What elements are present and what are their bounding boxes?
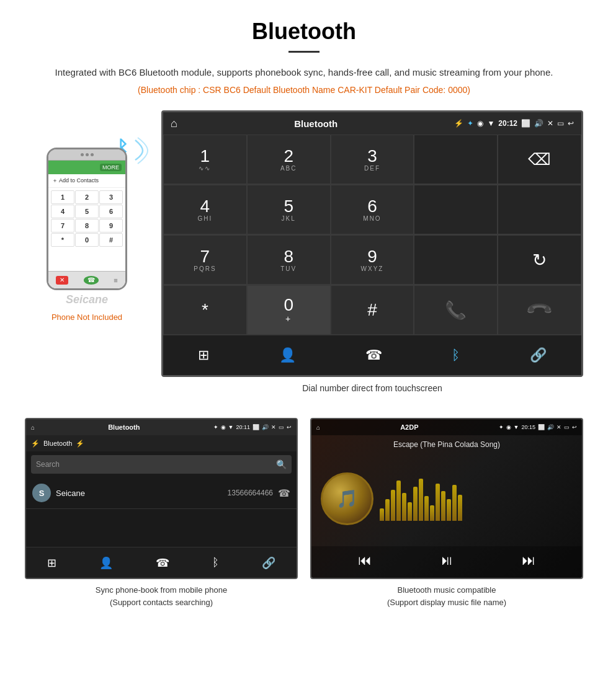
pb-nav-link[interactable]: 🔗 [262, 556, 275, 570]
music-bt-icon: ✦ [499, 424, 504, 430]
pb-title-label: Bluetooth [43, 440, 72, 447]
pb-bt-icon: ✦ [213, 424, 218, 430]
dial-sub-4: GHI [198, 215, 213, 222]
usb-icon: ⚡ [454, 119, 463, 128]
music-loc-icon: ◉ [506, 424, 511, 430]
pb-wifi-icon: ▼ [228, 424, 234, 430]
vol-icon: 🔊 [534, 119, 543, 128]
dialpad-nav-bar: ⊞ 👤 ☎ ᛒ 🔗 [163, 335, 581, 375]
contact-avatar: S [32, 484, 51, 502]
dial-empty-2 [414, 185, 498, 234]
contact-call-icon[interactable]: ☎ [278, 487, 290, 499]
music-time: 20:15 [521, 424, 535, 430]
viz-bar [385, 499, 390, 521]
phone-device-mock: MORE ＋ Add to Contacts 1 2 3 4 5 6 7 8 [47, 148, 127, 290]
nav-link-icon[interactable]: 🔗 [530, 347, 547, 363]
dial-key-6[interactable]: 6 MNO [331, 185, 414, 234]
phone-key-8: 8 [75, 219, 99, 233]
phone-more-btn: MORE [100, 164, 122, 171]
phone-not-included-label: Phone Not Included [25, 312, 149, 322]
contact-number: 13566664466 [228, 489, 273, 497]
dialpad-grid: 1 ∿∿ 2 ABC 3 DEF ⌫ [163, 135, 581, 335]
time-display: 20:12 [498, 119, 517, 128]
dial-key-star[interactable]: * [163, 285, 247, 335]
music-caption: Bluetooth music compatible (Support disp… [310, 584, 583, 608]
music-x-icon: ✕ [557, 424, 561, 430]
pb-empty-space [26, 509, 297, 547]
phone-menu-icon: ≡ [114, 277, 117, 284]
pb-nav-bt[interactable]: ᛒ [212, 556, 219, 569]
pb-search-bar[interactable]: Search 🔍 [31, 455, 292, 474]
pb-caption-line1: Sync phone-book from mobile phone [96, 585, 227, 595]
phone-key-3: 3 [99, 190, 123, 204]
home-icon: ⌂ [171, 117, 177, 130]
dial-num-4: 4 [200, 198, 210, 215]
pb-nav-grid[interactable]: ⊞ [47, 556, 56, 570]
dial-backspace[interactable]: ⌫ [498, 135, 581, 184]
backspace-icon: ⌫ [528, 150, 551, 169]
pb-rect-icon: ▭ [279, 424, 284, 430]
dial-refresh[interactable]: ↻ [498, 235, 581, 285]
red-phone-icon: 📞 [525, 295, 555, 325]
nav-bluetooth-icon[interactable]: ᛒ [452, 347, 460, 363]
dial-sub-3: DEF [364, 165, 380, 172]
dial-call-red[interactable]: 📞 [498, 285, 581, 335]
dial-key-1[interactable]: 1 ∿∿ [163, 135, 247, 184]
dial-key-0[interactable]: 0 + [247, 285, 331, 335]
music-back-icon: ↩ [572, 424, 577, 430]
pb-cam-icon: ⬜ [253, 424, 259, 430]
android-dialpad-screen: ⌂ Bluetooth ⚡ ✦ ◉ ▼ 20:12 ⬜ 🔊 ✕ ▭ ↩ [161, 110, 583, 377]
viz-bar [452, 485, 457, 521]
pb-nav-bar: ⊞ 👤 ☎ ᛒ 🔗 [26, 547, 297, 578]
music-vol-icon: 🔊 [547, 424, 554, 430]
phone-end-btn: ✕ [56, 276, 68, 285]
page-title: Bluetooth [25, 19, 583, 45]
dial-key-3[interactable]: 3 DEF [331, 135, 414, 184]
pb-contact-row: S Seicane 13566664466 ☎ [26, 477, 297, 509]
status-bar-left: ⌂ [171, 117, 177, 130]
viz-bar [413, 487, 418, 521]
prev-track-btn[interactable]: ⏮ [358, 552, 372, 569]
music-visualizer [380, 477, 573, 521]
pb-status-bar: ⌂ Bluetooth ✦ ◉ ▼ 20:11 ⬜ 🔊 ✕ ▭ ↩ [26, 419, 297, 435]
dial-key-2[interactable]: 2 ABC [247, 135, 331, 184]
viz-bar [430, 505, 434, 521]
contact-initial: S [39, 489, 45, 498]
music-title-label: A2DP [400, 423, 418, 431]
back-icon: ↩ [568, 119, 574, 128]
dial-key-4[interactable]: 4 GHI [163, 185, 247, 234]
nav-person-icon[interactable]: 👤 [279, 347, 296, 363]
phonebook-caption: Sync phone-book from mobile phone (Suppo… [25, 584, 298, 608]
phonebook-screenshot: ⌂ Bluetooth ✦ ◉ ▼ 20:11 ⬜ 🔊 ✕ ▭ ↩ [25, 418, 298, 608]
music-status-right: ✦ ◉ ▼ 20:15 ⬜ 🔊 ✕ ▭ ↩ [499, 424, 577, 430]
next-track-btn[interactable]: ⏭ [522, 552, 535, 569]
dial-key-hash[interactable]: # [331, 285, 414, 335]
bt-status-icon: ✦ [467, 119, 473, 128]
car-screen-main: ⌂ Bluetooth ⚡ ✦ ◉ ▼ 20:12 ⬜ 🔊 ✕ ▭ ↩ [161, 110, 583, 405]
dial-key-7[interactable]: 7 PQRS [163, 235, 247, 285]
dial-sub-5: JKL [282, 215, 296, 222]
phone-section: ᛒ MORE ＋ Add to Contacts [25, 110, 149, 322]
pb-nav-phone[interactable]: ☎ [156, 556, 169, 570]
dial-num-8: 8 [284, 248, 293, 265]
music-cam-icon: ⬜ [538, 424, 545, 430]
nav-grid-icon[interactable]: ⊞ [198, 347, 209, 363]
pb-nav-person[interactable]: 👤 [99, 556, 113, 570]
dial-call-green[interactable]: 📞 [414, 285, 498, 335]
viz-bar [441, 491, 445, 521]
play-pause-btn[interactable]: ⏯ [440, 552, 454, 569]
pb-title-bar: ⚡ Bluetooth ⚡ [26, 435, 297, 451]
dial-sub-2: ABC [280, 165, 297, 172]
viz-bar [396, 481, 401, 521]
music-caption-line2: (Support display music file name) [387, 598, 506, 607]
dial-key-8[interactable]: 8 TUV [247, 235, 331, 285]
dial-key-9[interactable]: 9 WXYZ [331, 235, 414, 285]
dial-key-5[interactable]: 5 JKL [247, 185, 331, 234]
title-divider [288, 51, 320, 53]
status-bar-right: ⚡ ✦ ◉ ▼ 20:12 ⬜ 🔊 ✕ ▭ ↩ [454, 119, 574, 128]
music-status-bar: ⌂ A2DP ✦ ◉ ▼ 20:15 ⬜ 🔊 ✕ ▭ ↩ [311, 419, 582, 435]
phone-add-contact: ＋ Add to Contacts [48, 174, 125, 188]
camera-icon: ⬜ [521, 119, 530, 128]
viz-bar [424, 496, 429, 521]
nav-phone-icon[interactable]: ☎ [365, 347, 382, 363]
